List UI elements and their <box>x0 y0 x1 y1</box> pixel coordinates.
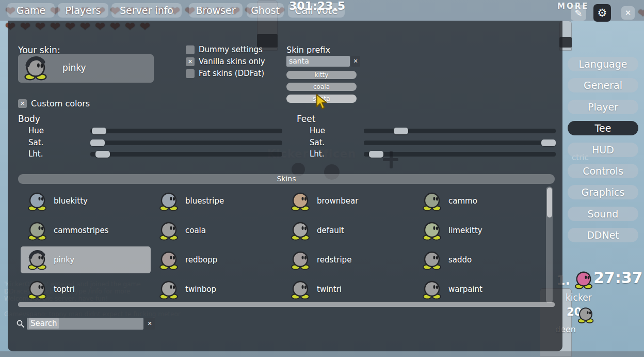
menu-tab-browser[interactable]: Browser <box>189 3 243 18</box>
slider-handle[interactable] <box>369 151 383 158</box>
skins-vertical-scrollbar[interactable] <box>546 187 553 303</box>
slider-label: Hue <box>310 126 325 135</box>
pencil-icon: ✎ <box>574 8 582 19</box>
checkbox-label: Fat skins (DDFat) <box>199 69 264 78</box>
feet-hue-slider[interactable] <box>364 129 556 133</box>
skin-item[interactable]: cammo <box>415 188 545 214</box>
slider-label: Hue <box>28 126 44 135</box>
checkbox-label: Vanilla skins only <box>199 57 265 66</box>
dummy-settings-checkbox[interactable]: Dummy settings <box>186 45 263 54</box>
search-icon <box>16 319 25 329</box>
skin-name: limekitty <box>448 217 482 244</box>
skin-item[interactable]: twintri <box>284 276 414 303</box>
tee-avatar <box>290 250 311 270</box>
skin-item[interactable]: redbopp <box>152 246 282 273</box>
checkbox-box <box>186 69 195 78</box>
tab-graphics[interactable]: Graphics <box>568 185 638 199</box>
tee-avatar <box>27 279 47 300</box>
settings-panel: Your skin: pinky Dummy settings ✕ Vanill… <box>8 21 562 351</box>
tee-avatar <box>23 56 48 81</box>
skins-horizontal-scrollbar[interactable] <box>18 302 555 307</box>
tee-avatar <box>158 220 179 241</box>
tab-hud[interactable]: HUD <box>568 143 638 157</box>
skin-item[interactable]: default <box>284 217 414 244</box>
menu-tab-game[interactable]: Game <box>7 3 55 18</box>
race-timer-top: 301:23.5 <box>289 0 345 12</box>
checkbox-label: Dummy settings <box>199 45 263 54</box>
slider-handle[interactable] <box>92 128 106 134</box>
tab-ddnet[interactable]: DDNet <box>568 228 638 242</box>
skin-item[interactable]: pinky <box>21 246 151 273</box>
feet-sat-slider[interactable] <box>364 141 556 145</box>
checkbox-box <box>186 45 195 54</box>
vanilla-skins-checkbox[interactable]: ✕ Vanilla skins only <box>186 57 265 66</box>
tee-avatar <box>158 279 179 300</box>
skin-item[interactable]: limekitty <box>415 217 545 244</box>
skin-name: pinky <box>54 246 74 273</box>
slider-label: Sat. <box>310 138 325 147</box>
scrollbar-thumb[interactable] <box>547 188 552 218</box>
checkbox-label: Custom colors <box>31 99 90 108</box>
skin-name: cammo <box>448 188 477 214</box>
skin-item[interactable]: coala <box>152 217 282 244</box>
skin-name: default <box>317 217 344 244</box>
skin-name: twinbop <box>185 276 216 303</box>
skin-prefix-suggestion-santa[interactable]: santa <box>286 95 357 103</box>
ddnet-settings-screen: ❤❤❤❤❤❤❤❤❤❤❤❤❤❤❤❤❤❤❤ ❤❤❤❤❤❤❤❤❤❤ KickerOff… <box>0 0 644 357</box>
skin-item[interactable]: bluestripe <box>152 188 282 214</box>
skin-item[interactable]: bluekitty <box>21 188 151 214</box>
skin-item[interactable]: cammostripes <box>21 217 151 244</box>
body-lht-slider[interactable] <box>90 152 282 157</box>
slider-handle[interactable] <box>90 139 105 146</box>
skin-name: coala <box>185 217 206 244</box>
body-section-title: Body <box>18 114 40 124</box>
slider-handle[interactable] <box>95 151 110 158</box>
skin-prefix-input[interactable]: santa <box>286 56 350 67</box>
menu-tab-ghost[interactable]: Ghost <box>247 3 284 18</box>
skin-name: bluestripe <box>185 188 224 214</box>
skin-item[interactable]: toptri <box>21 276 151 303</box>
search-input[interactable]: Search <box>27 318 143 330</box>
tab-sound[interactable]: Sound <box>568 207 638 221</box>
feet-lht-slider[interactable] <box>364 152 556 157</box>
menu-tab-server-info[interactable]: Server info <box>111 3 182 18</box>
skin-item[interactable]: warpaint <box>415 276 545 303</box>
gear-icon: ⚙ <box>598 7 607 19</box>
search-input-value: Search <box>29 318 59 329</box>
settings-button[interactable]: ⚙ <box>593 4 611 22</box>
skin-prefix-clear-button[interactable]: ✕ <box>351 56 360 67</box>
body-hue-slider[interactable] <box>90 129 282 133</box>
skin-item[interactable]: brownbear <box>284 188 414 214</box>
tab-player[interactable]: Player <box>568 100 638 114</box>
tab-tee[interactable]: Tee <box>568 121 638 135</box>
body-sat-slider[interactable] <box>90 141 282 145</box>
tee-avatar <box>158 250 179 270</box>
tab-general[interactable]: General <box>568 78 638 92</box>
slider-handle[interactable] <box>394 128 408 134</box>
custom-colors-checkbox[interactable]: ✕ Custom colors <box>18 99 90 108</box>
tee-avatar <box>290 279 311 300</box>
close-button[interactable]: ✕ <box>621 6 635 20</box>
skin-name: cammostripes <box>54 217 108 244</box>
tab-controls[interactable]: Controls <box>568 164 638 178</box>
fat-skins-checkbox[interactable]: Fat skins (DDFat) <box>186 69 264 78</box>
skin-prefix-suggestion-kitty[interactable]: kitty <box>286 71 357 79</box>
menu-tab-players[interactable]: Players <box>58 3 108 18</box>
current-skin-preview: pinky <box>18 54 154 83</box>
editor-button[interactable]: ✎ <box>571 5 586 21</box>
skin-name: saddo <box>448 246 472 273</box>
skin-item[interactable]: twinbop <box>152 276 282 303</box>
checkbox-box: ✕ <box>186 57 195 66</box>
skin-name: bluekitty <box>54 188 88 214</box>
skin-item[interactable]: redstripe <box>284 246 414 273</box>
tee-avatar <box>290 191 311 211</box>
tee-avatar <box>27 220 47 241</box>
skin-item[interactable]: saddo <box>415 246 545 273</box>
search-clear-button[interactable]: ✕ <box>144 318 155 330</box>
slider-handle[interactable] <box>541 139 556 146</box>
tab-language[interactable]: Language <box>568 57 638 71</box>
skin-prefix-suggestion-coala[interactable]: coala <box>286 83 357 91</box>
skin-name: brownbear <box>317 188 358 214</box>
skin-name: toptri <box>54 276 75 303</box>
feet-section-title: Feet <box>297 114 315 124</box>
